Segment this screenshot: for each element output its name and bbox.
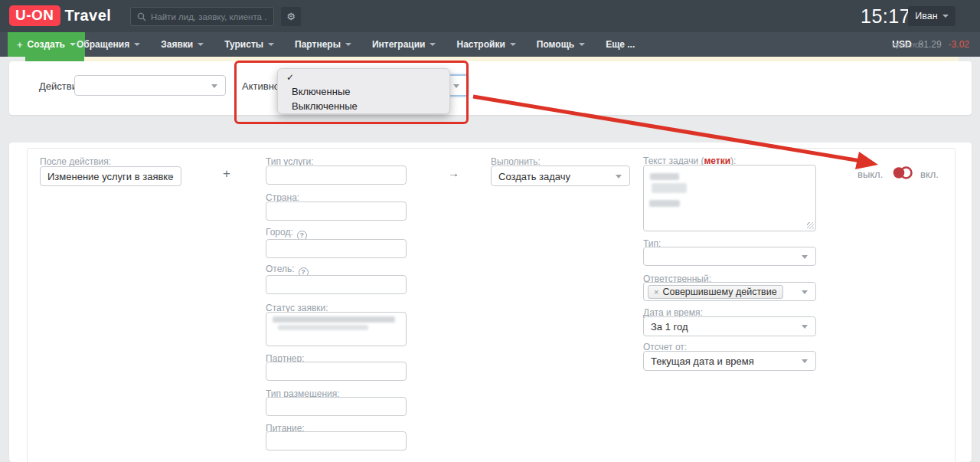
partner-input[interactable] xyxy=(266,362,407,381)
chevron-down-icon xyxy=(453,84,459,88)
resize-handle[interactable] xyxy=(807,222,814,229)
nav-item-turisty[interactable]: Туристы xyxy=(224,39,274,50)
city-label: Город:? xyxy=(266,227,307,241)
accommodation-type-input[interactable] xyxy=(266,397,407,416)
type-select[interactable] xyxy=(643,247,816,266)
chevron-down-icon xyxy=(616,175,622,179)
autoaction-form-panel xyxy=(27,148,956,462)
redacted-text xyxy=(652,183,687,193)
task-text-textarea[interactable] xyxy=(643,165,816,231)
redacted-text xyxy=(278,325,368,330)
search-input[interactable] xyxy=(151,12,267,21)
chevron-down-icon xyxy=(942,15,949,18)
after-action-select[interactable]: Изменение услуги в заявке xyxy=(40,166,181,186)
chevron-down-icon xyxy=(802,325,808,329)
chevron-down-icon xyxy=(268,43,274,46)
redacted-text xyxy=(273,316,395,323)
service-type-input[interactable] xyxy=(266,165,407,185)
activity-dropdown-menu: ✓ Включенные Выключенные xyxy=(277,68,450,114)
city-input[interactable] xyxy=(266,239,407,258)
responsible-tag: × Совершившему действие xyxy=(648,285,783,299)
nav-item-nastroyki[interactable]: Настройки xyxy=(456,39,515,50)
chevron-down-icon xyxy=(345,43,351,46)
nav-items: Обращения Заявки Туристы Партнеры Интегр… xyxy=(77,32,635,57)
add-condition-button[interactable]: + xyxy=(223,166,230,182)
chevron-down-icon xyxy=(510,43,516,46)
chevron-down-icon xyxy=(579,43,585,46)
toggle-on-label: вкл. xyxy=(920,169,939,180)
hotel-input[interactable] xyxy=(266,275,407,294)
order-status-input[interactable] xyxy=(266,312,407,346)
user-menu-button[interactable]: Иван xyxy=(908,6,956,26)
page: U-ON Travel ⚙ 15:17 Иван + Создать Обращ… xyxy=(0,0,980,462)
active-toggle[interactable] xyxy=(891,165,914,184)
chevron-down-icon xyxy=(211,84,217,88)
check-icon: ✓ xyxy=(278,72,294,83)
chevron-down-icon xyxy=(134,43,140,46)
nav-item-obrashcheniya[interactable]: Обращения xyxy=(77,39,140,50)
meal-input[interactable] xyxy=(266,431,407,451)
gear-icon: ⚙ xyxy=(286,11,296,22)
forecast-label: прогноз xyxy=(892,40,923,49)
logo-suffix: Travel xyxy=(65,7,112,25)
flow-arrow-icon: → xyxy=(448,166,459,179)
main-nav: + Создать Обращения Заявки Туристы Партн… xyxy=(0,32,980,57)
chevron-down-icon xyxy=(70,43,76,46)
search-settings-button[interactable]: ⚙ xyxy=(281,7,301,26)
responsible-multiselect[interactable]: × Совершившему действие xyxy=(643,282,816,301)
remove-tag-icon[interactable]: × xyxy=(654,287,658,297)
forecast-delta: -3.02 xyxy=(949,39,969,50)
nav-item-zayavki[interactable]: Заявки xyxy=(161,39,204,50)
create-button[interactable]: + Создать xyxy=(8,32,85,57)
chevron-down-icon xyxy=(802,359,808,363)
nav-item-pomoshch[interactable]: Помощь xyxy=(537,39,585,50)
redacted-text xyxy=(649,200,680,207)
user-name: Иван xyxy=(915,11,937,21)
dropdown-option-empty[interactable]: ✓ xyxy=(278,70,449,84)
plus-icon: + xyxy=(17,39,23,51)
chevron-down-icon xyxy=(430,43,436,46)
nav-item-partnery[interactable]: Партнеры xyxy=(295,39,351,50)
country-input[interactable] xyxy=(266,202,407,221)
dropdown-option-enabled[interactable]: Включенные xyxy=(278,84,449,99)
action-filter-select[interactable] xyxy=(74,75,226,96)
top-header: U-ON Travel ⚙ 15:17 Иван xyxy=(0,0,980,32)
nav-item-eshche[interactable]: Еще ... xyxy=(606,39,635,50)
app-logo[interactable]: U-ON Travel xyxy=(9,5,111,26)
chevron-down-icon xyxy=(802,255,808,259)
toggle-off-label: выкл. xyxy=(858,169,883,180)
global-search[interactable] xyxy=(130,7,274,26)
clock: 15:17 xyxy=(861,5,910,28)
execute-select[interactable]: Создать задачу xyxy=(491,165,630,186)
toggle-off-icon xyxy=(891,165,914,181)
currency-forecast: прогноз USD 81.29 -3.02 xyxy=(892,32,969,57)
logo-brand: U-ON xyxy=(9,5,60,26)
nav-item-integracii[interactable]: Интеграции xyxy=(372,39,436,50)
chevron-down-icon xyxy=(802,290,808,294)
chevron-down-icon xyxy=(167,175,173,179)
autoaction-card: После действия: Изменение услуги в заявк… xyxy=(9,143,972,462)
dropdown-option-disabled[interactable]: Выключенные xyxy=(278,99,449,113)
datetime-select[interactable]: За 1 год xyxy=(643,316,816,336)
chevron-down-icon xyxy=(198,43,204,46)
offset-select[interactable]: Текущая дата и время xyxy=(643,351,816,371)
after-action-label: После действия: xyxy=(40,156,111,167)
search-icon xyxy=(137,12,146,21)
redacted-text xyxy=(650,173,679,180)
create-button-label: Создать xyxy=(28,39,65,50)
